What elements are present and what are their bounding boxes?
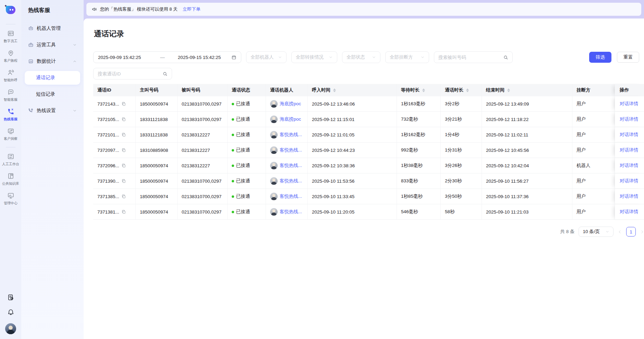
filter-button[interactable]: 筛选 (589, 52, 611, 63)
call-id: 7371390... (97, 179, 119, 184)
cell-hangup-party: 用户 (572, 96, 615, 111)
page-title: 通话记录 (94, 29, 644, 39)
rail-item-map-pin[interactable]: 客户旅程 (4, 49, 17, 63)
copy-icon[interactable] (121, 117, 126, 122)
column-header: 通话状态 (228, 84, 266, 96)
filter-select[interactable]: 全部机器人 (246, 51, 287, 63)
page-number[interactable]: 1 (626, 227, 636, 237)
user-avatar[interactable] (5, 323, 16, 334)
sidebar-item[interactable]: 运营工具 (25, 38, 80, 52)
sidebar-item[interactable]: 热线设置 (25, 104, 80, 118)
robot-name[interactable]: 客悦热线... (280, 193, 302, 199)
cell-call-in-time: 2025-09-10 11:20:05 (308, 204, 397, 219)
search-called-number[interactable] (434, 51, 513, 63)
caller-number: 18310885908 (140, 148, 168, 153)
sort-icon[interactable] (422, 88, 425, 92)
rail-item-outbound-call[interactable]: 智能外呼 (4, 69, 17, 83)
callee-number: 02138310700,0297 (182, 179, 221, 184)
chevron-down-icon (73, 43, 77, 47)
calendar-icon[interactable] (231, 55, 236, 60)
rail-item-label: 客户洞察 (4, 136, 17, 141)
hangup-party: 用户 (576, 101, 586, 107)
sort-icon[interactable] (466, 88, 469, 92)
robot-name[interactable]: 海底捞poc (280, 116, 301, 122)
order-now-link[interactable]: 立即下单 (183, 6, 201, 12)
cell-wait-duration: 1秒85毫秒 (397, 189, 441, 204)
call-id: 7371381... (97, 209, 119, 215)
rail-item-workbench[interactable]: 人工工作台 (2, 153, 19, 167)
date-range-picker[interactable]: 2025-09-09 15:42:25 — 2025-09-15 15:42:2… (93, 51, 241, 63)
robot-name[interactable]: 客悦热线... (280, 162, 302, 169)
call-in-time: 2025-09-12 10:44:23 (312, 148, 355, 153)
sidebar-item[interactable]: 数据统计 (25, 55, 80, 68)
call-duration: 58秒 (445, 209, 455, 215)
search-called-input[interactable] (438, 55, 503, 60)
robot-name[interactable]: 客悦热线... (280, 147, 302, 153)
dialog-detail-link[interactable]: 对话详情 (620, 209, 638, 215)
robot-name[interactable]: 客悦热线... (280, 209, 302, 215)
rail-item-insight-chart[interactable]: 客户洞察 (4, 128, 17, 141)
copy-icon[interactable] (121, 101, 126, 106)
call-duration: 1分4秒 (445, 132, 459, 138)
search-icon[interactable] (162, 71, 168, 76)
copy-icon[interactable] (121, 132, 126, 137)
dialog-detail-link[interactable]: 对话详情 (620, 147, 638, 153)
rail-item-knowledge-book[interactable]: 公共知识库 (2, 172, 19, 186)
sidebar-subitem[interactable]: 通话记录 (25, 71, 80, 85)
callee-number: 02138312227 (182, 148, 210, 153)
wait-duration: 992毫秒 (401, 147, 418, 153)
sidebar-item[interactable]: 机器人管理 (25, 22, 80, 35)
filter-select[interactable]: 全部挂断方 (385, 51, 429, 63)
cell-action: 对话详情 (615, 189, 644, 204)
search-icon[interactable] (503, 55, 508, 60)
filter-select[interactable]: 全部转接情况 (291, 51, 337, 63)
prev-page-icon[interactable] (618, 230, 622, 234)
rail-item-id-card[interactable]: 数字员工 (4, 30, 17, 44)
table-row: 7372096...1850005097402138312227已接通客悦热线.… (93, 158, 644, 173)
search-call-id[interactable] (93, 68, 172, 80)
rail-item-phone[interactable]: 热线客服 (4, 108, 17, 122)
date-end[interactable]: 2025-09-15 15:42:25 (178, 55, 221, 60)
sidebar-subitem[interactable]: 短信记录 (25, 87, 80, 101)
copy-icon[interactable] (121, 179, 126, 183)
status-label: 已接通 (236, 132, 250, 138)
next-page-icon[interactable] (640, 230, 644, 234)
dialog-detail-link[interactable]: 对话详情 (620, 162, 638, 169)
icon-rail: ✦ 数字员工客户旅程智能外呼智能客服热线客服客户洞察 人工工作台公共知识库管理中… (0, 0, 21, 339)
filter-select[interactable]: 全部状态 (342, 51, 380, 63)
dialog-detail-link[interactable]: 对话详情 (620, 132, 638, 138)
robot-name[interactable]: 海底捞poc (280, 101, 301, 107)
robot-name[interactable]: 客悦热线... (280, 178, 302, 184)
copy-icon[interactable] (121, 209, 126, 214)
cell-call-in-time: 2025-09-12 10:38:36 (308, 158, 397, 173)
banner-strip: 您的「热线客服」 模块还可以使用 8 天 立即下单 (84, 0, 644, 19)
id-card-icon (7, 30, 14, 37)
contract-log-icon[interactable] (7, 294, 14, 301)
copy-icon[interactable] (121, 194, 126, 199)
cell-action: 对话详情 (615, 112, 644, 127)
sort-icon[interactable] (333, 88, 336, 92)
dialog-detail-link[interactable]: 对话详情 (620, 101, 638, 107)
dialog-detail-link[interactable]: 对话详情 (620, 178, 638, 184)
cell-call-duration: 3分21秒 (441, 112, 482, 127)
dialog-detail-link[interactable]: 对话详情 (620, 193, 638, 199)
sort-icon[interactable] (507, 88, 510, 92)
robot-avatar (270, 177, 278, 185)
bell-icon[interactable] (7, 308, 14, 316)
copy-icon[interactable] (121, 163, 126, 168)
dialog-detail-link[interactable]: 对话详情 (620, 116, 638, 122)
sidebar-menu: 机器人管理运营工具数据统计通话记录短信记录热线设置 (25, 22, 80, 118)
reset-button[interactable]: 重置 (617, 52, 639, 63)
page-size-select[interactable]: 10 条/页 (579, 227, 613, 237)
date-start[interactable]: 2025-09-09 15:42:25 (98, 55, 141, 60)
copy-icon[interactable] (121, 148, 126, 153)
cell-call-id: 7372101... (93, 127, 136, 142)
select-value: 全部机器人 (251, 54, 274, 60)
robot-name[interactable]: 客悦热线... (280, 132, 302, 138)
rail-item-monitor[interactable]: 管理中心 (2, 192, 19, 206)
app-logo[interactable]: ✦ (4, 3, 17, 16)
cell-hangup-party: 用户 (572, 127, 615, 142)
search-call-id-input[interactable] (98, 71, 162, 76)
status-dot-icon (232, 211, 234, 213)
rail-item-robot-chat[interactable]: 智能客服 (4, 88, 17, 102)
